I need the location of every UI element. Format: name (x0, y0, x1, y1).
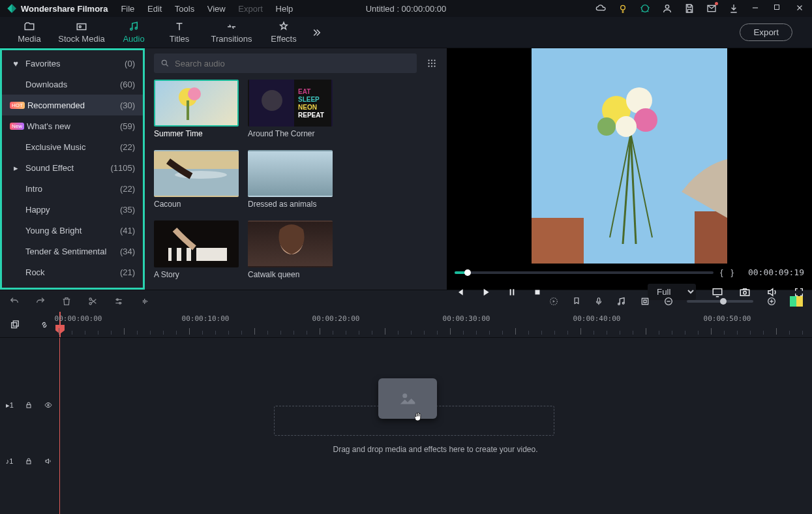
speaker-icon[interactable] (44, 457, 53, 465)
pause-button[interactable] (507, 287, 517, 297)
tab-audio[interactable]: Audio (111, 21, 157, 44)
svg-text:SLEEP: SLEEP (298, 96, 320, 103)
undo-icon[interactable] (9, 296, 20, 307)
svg-point-7 (130, 28, 132, 30)
sidebar-item-young-bright[interactable]: Young & Bright(41) (2, 220, 143, 241)
tabs-more-icon[interactable] (310, 27, 322, 38)
sidebar-item-happy[interactable]: Happy(35) (2, 199, 143, 220)
zoom-in-icon[interactable] (766, 296, 777, 307)
drag-media-thumbnail[interactable] (378, 378, 437, 419)
menu-edit[interactable]: Edit (147, 4, 162, 14)
svg-rect-66 (27, 461, 31, 464)
share-icon[interactable] (706, 3, 717, 14)
sidebar-item-whatsnew[interactable]: NewWhat's new(59) (2, 115, 143, 136)
audio-card-catwalk-queen[interactable]: Catwalk queen (248, 220, 333, 284)
svg-rect-59 (642, 298, 648, 304)
svg-point-13 (428, 63, 429, 64)
prev-frame-button[interactable] (455, 287, 465, 297)
audio-track-header[interactable]: ♪1 (0, 433, 59, 489)
voiceover-icon[interactable] (594, 296, 603, 307)
svg-point-57 (618, 303, 620, 305)
view-grid-icon[interactable] (426, 57, 438, 69)
sidebar-item-rock[interactable]: Rock(21) (2, 262, 143, 282)
support-icon[interactable] (640, 3, 650, 14)
zoom-slider[interactable] (687, 300, 753, 303)
lock-icon[interactable] (25, 401, 33, 409)
svg-rect-28 (168, 248, 227, 261)
sidebar-item-recommended[interactable]: HOTRecommended(30) (2, 95, 143, 115)
svg-rect-35 (695, 211, 727, 264)
svg-rect-31 (191, 248, 196, 261)
close-icon[interactable] (795, 3, 805, 14)
download-icon[interactable] (729, 3, 739, 14)
timeline-ruler[interactable]: 00:00:00:00 00:00:10:00 00:00:20:00 00:0… (59, 312, 812, 337)
bulb-icon[interactable] (618, 3, 628, 14)
sidebar-item-exclusive-music[interactable]: Exclusive Music(22) (2, 136, 143, 157)
cut-icon[interactable] (87, 296, 98, 307)
tab-effects[interactable]: Effects (261, 21, 307, 44)
svg-point-44 (597, 117, 616, 136)
sidebar-item-downloads[interactable]: Downloads(60) (2, 74, 143, 95)
svg-point-26 (262, 90, 282, 111)
audio-wave-icon[interactable] (140, 296, 151, 307)
audio-card-cacoun[interactable]: Cacoun (154, 150, 239, 214)
lock-icon[interactable] (25, 457, 33, 465)
link-icon[interactable] (39, 320, 50, 330)
menu-help[interactable]: Help (276, 4, 293, 14)
tab-stock-media[interactable]: Stock Media (52, 21, 111, 44)
sidebar-item-favorites[interactable]: ♥Favorites(0) (2, 53, 143, 74)
timeline-drop-hint: Drag and drop media and effects here to … (59, 445, 812, 454)
svg-rect-4 (775, 5, 779, 10)
svg-rect-30 (181, 248, 187, 261)
mixer-icon[interactable] (616, 296, 627, 307)
tab-titles[interactable]: Titles (157, 21, 202, 44)
save-icon[interactable] (684, 3, 695, 14)
media-pool-icon[interactable] (10, 320, 20, 330)
adjust-icon[interactable] (113, 296, 124, 307)
render-icon[interactable] (549, 296, 559, 307)
redo-icon[interactable] (35, 296, 46, 307)
menu-tools[interactable]: Tools (175, 4, 194, 14)
video-track-icon: ▸1 (6, 401, 14, 410)
audio-card-around-the-corner[interactable]: EATSLEEPNEONREPEATAround The Corner (248, 80, 333, 144)
play-button[interactable] (481, 287, 491, 297)
audio-card-summer-time[interactable]: Summer Time (154, 80, 239, 144)
audio-card-dressed-as-animals[interactable]: Dressed as animals (248, 150, 333, 214)
delete-icon[interactable] (61, 296, 72, 307)
new-badge: New (10, 123, 24, 130)
timeline-canvas[interactable]: Drag and drop media and effects here to … (59, 338, 812, 514)
search-input[interactable] (175, 59, 410, 68)
preview-scrubber[interactable] (455, 271, 714, 274)
menu-view[interactable]: View (207, 4, 226, 14)
marker-icon[interactable] (572, 296, 581, 307)
sidebar-item-tender-sentimental[interactable]: Tender & Sentimental(34) (2, 241, 143, 262)
register-icon[interactable] (790, 296, 803, 307)
audio-card-a-story[interactable]: A Story (154, 220, 239, 284)
minimize-icon[interactable] (751, 3, 761, 14)
cloud-icon[interactable] (595, 3, 606, 14)
account-icon[interactable] (662, 3, 672, 14)
svg-point-9 (162, 60, 166, 65)
menu-file[interactable]: File (121, 4, 134, 14)
tab-transitions[interactable]: Transitions (202, 21, 261, 44)
svg-point-20 (188, 87, 201, 100)
tab-media[interactable]: Media (7, 21, 52, 44)
zoom-out-icon[interactable] (663, 296, 674, 307)
document-title: Untitled : 00:00:00:00 (366, 4, 447, 14)
stop-button[interactable] (533, 288, 542, 297)
svg-rect-56 (597, 297, 600, 301)
export-button[interactable]: Export (740, 23, 792, 41)
maximize-icon[interactable] (773, 3, 783, 14)
svg-point-65 (48, 404, 50, 406)
sidebar-item-intro[interactable]: Intro(22) (2, 178, 143, 199)
video-track-header[interactable]: ▸1 (0, 377, 59, 433)
mark-in-out-icon[interactable]: {} (720, 267, 742, 277)
crop-icon[interactable] (640, 296, 650, 307)
app-logo-icon (7, 3, 17, 14)
audio-track-icon: ♪1 (6, 457, 14, 465)
search-box[interactable] (154, 53, 417, 73)
eye-icon[interactable] (44, 401, 53, 409)
sidebar-item-sound-effect[interactable]: ▸Sound Effect(1105) (2, 157, 143, 178)
cursor-hand-icon (412, 411, 424, 423)
svg-point-10 (428, 59, 429, 61)
